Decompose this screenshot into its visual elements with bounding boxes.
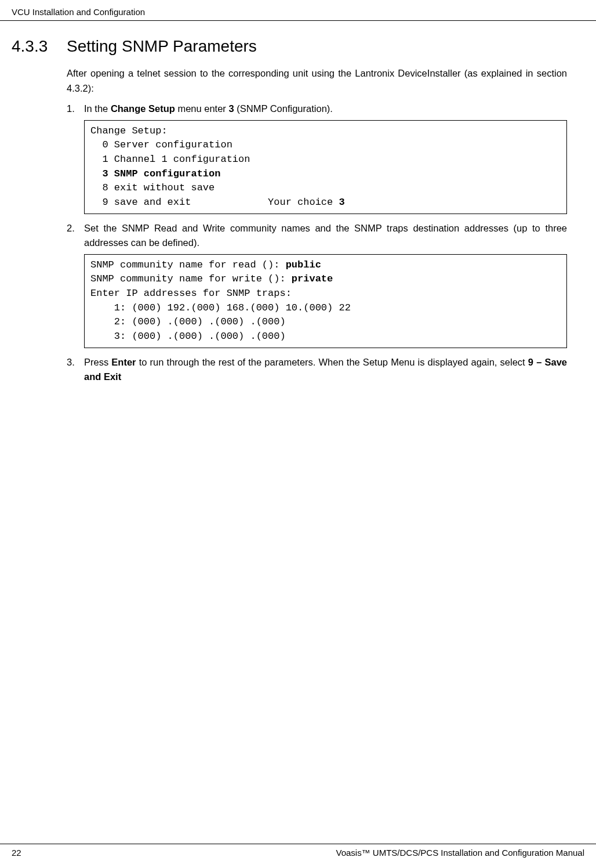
page-footer: 22 Voasis™ UMTS/DCS/PCS Installation and… — [0, 844, 596, 858]
code-line: SNMP community name for read (): — [90, 259, 286, 270]
step-3: 3. Press Enter to run through the rest o… — [67, 355, 567, 385]
footer-title: Voasis™ UMTS/DCS/PCS Installation and Co… — [336, 848, 584, 858]
section-title: Setting SNMP Parameters — [67, 37, 257, 56]
code-line: 3: (000) .(000) .(000) .(000) — [90, 331, 286, 342]
bold-text: Enter — [111, 357, 136, 367]
code-line: 9 save and exit Your choice — [90, 197, 339, 208]
section-number: 4.3.3 — [12, 37, 67, 56]
code-line: 1 Channel 1 configuration — [90, 154, 250, 165]
step-body: In the Change Setup menu enter 3 (SNMP C… — [84, 102, 567, 117]
step-number: 3. — [67, 355, 84, 385]
code-line: 0 Server configuration — [90, 139, 232, 150]
code-line: 1: (000) 192.(000) 168.(000) 10.(000) 22 — [90, 302, 351, 313]
code-bold: 3 — [339, 197, 344, 208]
code-line: 2: (000) .(000) .(000) .(000) — [90, 316, 286, 327]
step-number: 2. — [67, 221, 84, 251]
intro-text: After opening a telnet session to the co… — [67, 66, 567, 96]
code-line: 8 exit without save — [90, 182, 215, 193]
code-line: SNMP community name for write (): — [90, 273, 292, 284]
code-line: Enter IP addresses for SNMP traps: — [90, 288, 292, 299]
section-heading: 4.3.3 Setting SNMP Parameters — [12, 37, 567, 56]
text: In the — [84, 103, 111, 114]
text: menu enter — [175, 103, 229, 114]
code-line-bold: 3 SNMP configuration — [90, 168, 220, 179]
step-1: 1. In the Change Setup menu enter 3 (SNM… — [67, 102, 567, 117]
step-2: 2. Set the SNMP Read and Write community… — [67, 221, 567, 251]
bold-text: 3 — [228, 103, 234, 114]
page-number: 22 — [12, 848, 21, 858]
page-header: VCU Installation and Configuration — [0, 0, 596, 21]
page-content: 4.3.3 Setting SNMP Parameters After open… — [0, 21, 596, 385]
code-bold: private — [292, 273, 333, 284]
step-body: Press Enter to run through the rest of t… — [84, 355, 567, 385]
code-line: Change Setup: — [90, 125, 168, 136]
header-title: VCU Installation and Configuration — [12, 7, 145, 17]
text: (SNMP Configuration). — [234, 103, 333, 114]
step-body: Set the SNMP Read and Write community na… — [84, 221, 567, 251]
text: to run through the rest of the parameter… — [136, 357, 528, 367]
code-block-2: SNMP community name for read (): public … — [84, 254, 567, 348]
bold-text: Change Setup — [111, 103, 175, 114]
step-number: 1. — [67, 102, 84, 117]
code-block-1: Change Setup: 0 Server configuration 1 C… — [84, 120, 567, 214]
text: Press — [84, 357, 111, 367]
code-bold: public — [286, 259, 321, 270]
